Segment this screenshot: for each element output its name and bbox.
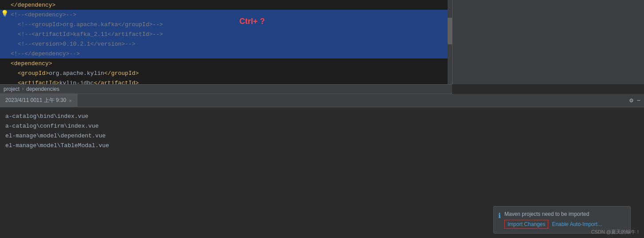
file-path: a-catalog\bind\index.vue	[5, 113, 88, 120]
list-item: a-catalog\confirm\index.vue	[0, 121, 644, 131]
import-changes-button[interactable]: Import Changes	[504, 220, 548, 229]
notification-content: ℹ Maven projects need to be imported Imp…	[498, 211, 625, 229]
tab-item[interactable]: 2023/4/11 0011 上午 9:30 ×	[0, 94, 78, 107]
editor-line: <!--<version>0.10.2.1</version>-->	[0, 39, 452, 49]
right-panel	[452, 0, 644, 84]
editor-line: <groupId>org.apache.kylin</groupId>	[0, 68, 452, 78]
editor-line: <!--<groupId>org.apache.kafka</groupId>-…	[0, 20, 452, 29]
notification-text: Maven projects need to be imported Impor…	[504, 211, 625, 229]
breadcrumb-separator: ›	[21, 86, 24, 92]
code-text: <!--<groupId>org.apache.kafka</groupId>-…	[18, 21, 163, 28]
code-text: <dependency>	[11, 60, 52, 67]
editor-line: </dependency>	[0, 0, 452, 10]
tab-bar: 2023/4/11 0011 上午 9:30 × ⚙ −	[0, 94, 644, 107]
code-text: org.apache.kylin	[49, 70, 104, 77]
file-list: a-catalog\bind\index.vue a-catalog\confi…	[0, 108, 644, 154]
file-path: a-catalog\confirm\index.vue	[5, 123, 99, 129]
code-text: <!--<artifactId>kafka_2.11</artifactId>-…	[18, 31, 163, 38]
tab-label: 2023/4/11 0011 上午 9:30	[5, 97, 66, 104]
list-item: el-manage\model\TableModal.vue	[0, 140, 644, 150]
watermark: CSDN @夏天的蜗牛！	[591, 229, 640, 235]
notification-title: Maven projects need to be imported	[504, 211, 625, 217]
code-text: kylin-jdbc	[59, 80, 94, 85]
file-path: el-manage\model\TableModal.vue	[5, 142, 109, 149]
code-text: <artifactId>	[18, 80, 59, 85]
minimize-icon[interactable]: −	[637, 97, 640, 104]
code-text: <!--</dependency>-->	[11, 51, 80, 57]
breadcrumb: project › dependencies	[0, 84, 452, 94]
tab-actions: ⚙ −	[629, 97, 644, 104]
editor-line: <!--<artifactId>kafka_2.11</artifactId>-…	[0, 29, 452, 39]
list-item: el-manage\model\dependent.vue	[0, 131, 644, 140]
code-text: <groupId>	[18, 70, 49, 77]
code-text: <!--<dependency>-->	[11, 12, 76, 18]
file-path: el-manage\model\dependent.vue	[5, 133, 105, 139]
breadcrumb-dependencies[interactable]: dependencies	[26, 86, 59, 92]
settings-icon[interactable]: ⚙	[629, 97, 633, 104]
code-text: <!--<version>0.10.2.1</version>-->	[18, 41, 135, 47]
editor-line: <dependency>	[0, 59, 452, 68]
editor-line: <artifactId>kylin-jdbc</artifactId>	[0, 78, 452, 84]
code-text: </dependency>	[11, 2, 55, 8]
keyboard-shortcut-hint: Ctrl+ ?	[239, 17, 265, 26]
code-text: </artifactId>	[94, 80, 139, 85]
enable-auto-import-link[interactable]: Enable Auto-Import...	[552, 221, 602, 227]
notification-actions: Import Changes Enable Auto-Import...	[504, 220, 625, 229]
editor-panel: 💡 </dependency> <!--<dependency>--> <!--…	[0, 0, 452, 84]
editor-line: <!--<dependency>-->	[0, 10, 452, 20]
editor-line: <!--</dependency>-->	[0, 49, 452, 59]
code-text: </groupId>	[104, 70, 139, 77]
info-icon: ℹ	[498, 211, 501, 220]
editor-scrollbar[interactable]	[448, 0, 452, 84]
gutter-icon: 💡	[1, 10, 8, 17]
breadcrumb-project[interactable]: project	[4, 86, 20, 92]
tab-close-button[interactable]: ×	[69, 98, 71, 103]
scrollbar-thumb[interactable]	[448, 18, 452, 44]
list-item: a-catalog\bind\index.vue	[0, 111, 644, 121]
